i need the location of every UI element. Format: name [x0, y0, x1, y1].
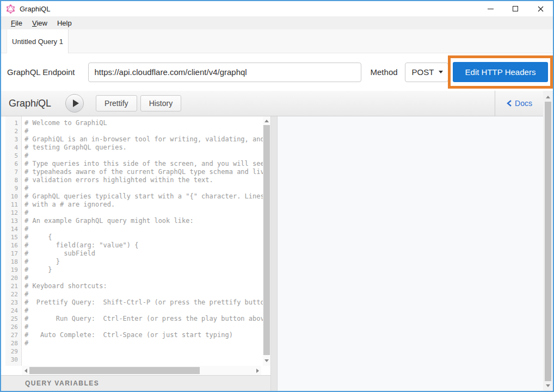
editor-result-row: 1234567891011121314151617181920212223242… [1, 116, 543, 391]
line-number: 26 [5, 323, 21, 331]
main-area: GraphiQL Prettify History Docs [1, 91, 553, 391]
history-button[interactable]: History [140, 95, 182, 111]
execute-query-button[interactable] [65, 94, 84, 113]
line-number: 30 [5, 356, 21, 364]
line-number: 21 [5, 282, 21, 290]
editor-horizontal-scrollbar[interactable] [22, 366, 261, 375]
line-number: 11 [5, 201, 21, 209]
close-icon [538, 6, 544, 12]
code-line: # [24, 339, 263, 347]
code-line [24, 356, 263, 364]
scroll-up-arrow-icon[interactable] [263, 117, 270, 124]
annotation-highlight-box: Edit HTTP Headers [448, 55, 553, 89]
tab-label: Untitled Query 1 [12, 38, 63, 46]
play-icon [73, 99, 79, 107]
code-line: # Prettify Query: Shift-Ctrl-P (or press… [24, 298, 263, 307]
method-label: Method [371, 67, 398, 77]
maximize-button[interactable] [503, 1, 528, 16]
code-line: # GraphQL queries typically start with a… [24, 192, 263, 201]
line-number: 23 [5, 298, 21, 307]
scroll-left-arrow-icon[interactable] [22, 366, 29, 375]
query-variables-bar[interactable]: QUERY VARIABLES [1, 375, 270, 391]
code-line: # GraphiQL is an in-browser tool for wri… [24, 135, 263, 144]
code-line: # } [24, 266, 263, 274]
line-number: 19 [5, 266, 21, 274]
code-line: # [24, 274, 263, 282]
line-number: 12 [5, 209, 21, 217]
prettify-button[interactable]: Prettify [96, 95, 137, 111]
app-vertical-scrollbar-thumb[interactable] [545, 102, 551, 381]
method-selected-value: POST [412, 67, 434, 77]
pane-resize-divider[interactable] [270, 116, 278, 391]
line-number: 24 [5, 307, 21, 315]
window-controls [478, 1, 553, 16]
horizontal-scrollbar-thumb[interactable] [29, 367, 200, 374]
code-line: # } [24, 258, 263, 266]
code-line [24, 347, 263, 356]
method-select[interactable]: POST [405, 63, 448, 82]
line-number: 22 [5, 290, 21, 298]
maximize-icon [513, 6, 518, 11]
app-vertical-scrollbar[interactable] [543, 91, 553, 391]
close-button[interactable] [528, 1, 553, 16]
line-number: 20 [5, 274, 21, 282]
line-number: 28 [5, 339, 21, 347]
code-line: # [24, 209, 263, 217]
title-bar: GraphiQL [1, 1, 553, 16]
endpoint-label: GraphQL Endpoint [7, 67, 75, 77]
config-row: GraphQL Endpoint Method POST Edit HTTP H… [1, 53, 553, 91]
horizontal-scrollbar-track[interactable] [29, 366, 254, 375]
menu-file[interactable]: File [6, 19, 27, 27]
app-scroll-down-arrow-icon[interactable] [543, 382, 553, 389]
app-scroll-up-arrow-icon[interactable] [543, 93, 553, 101]
code-line: # { [24, 233, 263, 241]
line-number: 3 [5, 135, 21, 144]
code-line: # An example GraphQL query might look li… [24, 217, 263, 225]
minimize-button[interactable] [478, 1, 503, 16]
menu-view[interactable]: View [27, 19, 52, 27]
line-number-gutter: 1234567891011121314151617181920212223242… [5, 116, 22, 366]
line-number: 1 [5, 119, 21, 127]
code-area[interactable]: # Welcome to GraphiQL## GraphiQL is an i… [22, 116, 263, 366]
line-number: 29 [5, 347, 21, 356]
edit-http-headers-button[interactable]: Edit HTTP Headers [453, 62, 548, 82]
code-line: # field(arg: "value") { [24, 241, 263, 250]
window-title: GraphiQL [20, 5, 50, 13]
docs-toggle[interactable]: Docs [495, 91, 543, 116]
graphiql-container: GraphiQL Prettify History Docs [1, 91, 543, 391]
scroll-right-arrow-icon[interactable] [254, 366, 261, 375]
line-number: 16 [5, 241, 21, 250]
line-number: 25 [5, 315, 21, 323]
code-line: # Keyboard shortcuts: [24, 282, 263, 290]
line-number: 18 [5, 258, 21, 266]
code-line: # [24, 290, 263, 298]
chevron-left-icon [506, 99, 512, 107]
editor-vertical-scrollbar-thumb[interactable] [263, 125, 270, 355]
toolbar-left: GraphiQL Prettify History [1, 91, 495, 116]
code-line: # [24, 225, 263, 233]
editor-vertical-scrollbar[interactable] [263, 116, 270, 366]
menu-help[interactable]: Help [52, 19, 77, 27]
line-number: 15 [5, 233, 21, 241]
line-number: 2 [5, 127, 21, 135]
line-number: 10 [5, 192, 21, 201]
minimize-icon [488, 9, 494, 9]
code-line: # testing GraphQL queries. [24, 144, 263, 152]
scroll-down-arrow-icon[interactable] [263, 357, 270, 364]
code-line: # Type queries into this side of the scr… [24, 160, 263, 168]
code-line: # typeaheads aware of the current GraphQ… [24, 168, 263, 176]
graphiql-toolbar: GraphiQL Prettify History Docs [1, 91, 543, 116]
code-editor[interactable]: 1234567891011121314151617181920212223242… [1, 116, 270, 366]
line-number: 27 [5, 331, 21, 339]
code-line: # Auto Complete: Ctrl-Space (or just sta… [24, 331, 263, 339]
result-pane [278, 116, 543, 391]
code-line: # [24, 323, 263, 331]
line-number: 4 [5, 144, 21, 152]
code-line: # Welcome to GraphiQL [24, 119, 263, 127]
app-window: GraphiQL File View Help Untitled Query 1 [0, 0, 554, 392]
endpoint-input[interactable] [88, 63, 361, 82]
docs-label: Docs [515, 99, 532, 108]
code-line: # [24, 127, 263, 135]
tab-bar: Untitled Query 1 [1, 29, 553, 53]
tab-untitled-query[interactable]: Untitled Query 1 [7, 29, 69, 53]
